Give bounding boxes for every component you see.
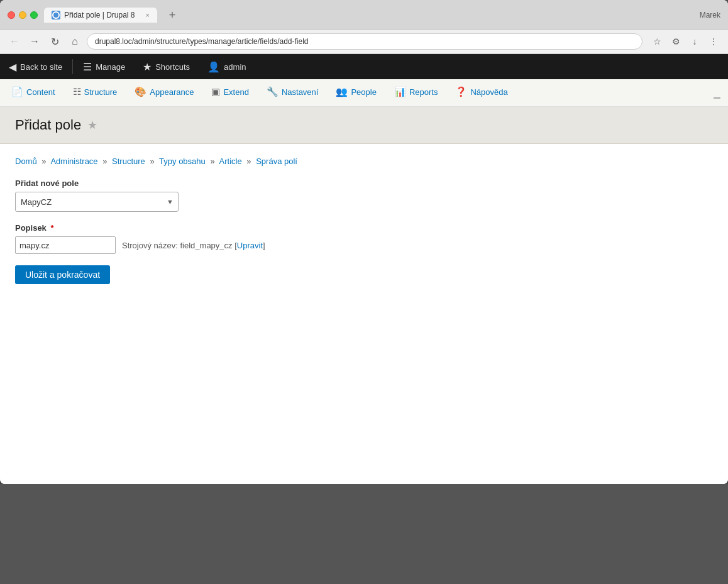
browser-titlebar: Přidat pole | Drupal 8 × + Marek (0, 0, 728, 30)
nastaveni-icon: 🔧 (267, 86, 279, 97)
reload-button[interactable]: ↻ (47, 33, 63, 50)
close-button[interactable] (8, 11, 15, 19)
shortcuts-label: Shortcuts (155, 62, 190, 72)
nav-nastaveni[interactable]: 🔧 Nastavení (258, 79, 328, 107)
machine-name-edit-link[interactable]: Upravit (237, 241, 263, 250)
tab-favicon (52, 11, 60, 19)
admin-label: admin (224, 62, 246, 72)
machine-name-prefix: Strojový název: field_mapy_cz [ (122, 241, 237, 250)
forward-button[interactable]: → (26, 33, 43, 50)
machine-name-suffix: ] (263, 241, 265, 250)
breadcrumb-typy-obsahu[interactable]: Typy obsahu (159, 157, 206, 166)
admin-bar: ◀ Back to site ☰ Manage ★ Shortcuts 👤 ad… (0, 54, 728, 79)
manage-label: Manage (96, 62, 125, 72)
breadcrumb-domu[interactable]: Domů (15, 157, 37, 166)
reports-icon: 📊 (394, 86, 406, 97)
field-type-select[interactable]: MapyCZ (15, 192, 179, 212)
menu-button[interactable]: ⋮ (705, 33, 722, 50)
download-button[interactable]: ↓ (687, 33, 703, 50)
browser-toolbar: ← → ↻ ⌂ ☆ ⚙ ↓ ⋮ (0, 30, 728, 54)
toolbar-icons: ☆ ⚙ ↓ ⋮ (649, 33, 722, 50)
nav-napoveda-label: Nápověda (470, 87, 507, 97)
traffic-lights (8, 11, 38, 19)
back-icon: ◀ (9, 61, 16, 73)
nav-extend-label: Extend (223, 87, 248, 97)
shortcuts-link[interactable]: ★ Shortcuts (134, 54, 199, 79)
page-content: Přidat pole ★ Domů » Administrace » Stru… (0, 107, 728, 484)
machine-name-info: Strojový název: field_mapy_cz [Upravit] (122, 241, 265, 250)
new-field-group: Přidat nové pole MapyCZ ▼ (15, 179, 713, 212)
admin-user-link[interactable]: 👤 admin (199, 54, 255, 79)
shortcuts-icon: ★ (143, 61, 152, 73)
minimize-button[interactable] (19, 11, 26, 19)
napoveda-icon: ❓ (455, 86, 467, 97)
new-tab-button[interactable]: + (163, 6, 181, 24)
nav-extend[interactable]: ▣ Extend (202, 79, 257, 107)
nav-reports-label: Reports (409, 87, 438, 97)
nav-napoveda[interactable]: ❓ Nápověda (446, 79, 516, 107)
nav-appearance[interactable]: 🎨 Appearance (126, 79, 202, 107)
breadcrumb-structure[interactable]: Structure (112, 157, 145, 166)
nav-people-label: People (351, 87, 376, 97)
manage-icon: ☰ (83, 61, 92, 73)
new-field-label: Přidat nové pole (15, 179, 713, 188)
breadcrumb-administrace[interactable]: Administrace (50, 157, 97, 166)
nav-structure[interactable]: ☷ Structure (64, 79, 126, 107)
page-title: Přidat pole (15, 117, 81, 133)
nav-content[interactable]: 📄 Content (3, 79, 64, 107)
home-button[interactable]: ⌂ (67, 33, 83, 50)
popisek-inline: Strojový název: field_mapy_cz [Upravit] (15, 236, 713, 254)
structure-icon: ☷ (73, 86, 81, 97)
page-header: Přidat pole ★ (0, 107, 728, 144)
popisek-input[interactable] (15, 236, 116, 254)
maximize-button[interactable] (30, 11, 38, 19)
required-indicator: * (50, 223, 53, 233)
breadcrumb-sprava-poli[interactable]: Správa polí (256, 157, 297, 166)
browser-tab[interactable]: Přidat pole | Drupal 8 × (44, 8, 157, 23)
appearance-icon: 🎨 (135, 86, 146, 97)
breadcrumb-sep-2: » (102, 157, 107, 166)
people-icon: 👥 (336, 86, 348, 97)
breadcrumb-article[interactable]: Article (219, 157, 242, 166)
nav-people[interactable]: 👥 People (327, 79, 385, 107)
favorite-star-icon[interactable]: ★ (87, 118, 97, 132)
nav-content-label: Content (26, 87, 55, 97)
breadcrumb: Domů » Administrace » Structure » Typy o… (15, 157, 713, 166)
nav-bar-end: ⎯ (714, 86, 725, 99)
breadcrumb-sep-3: » (150, 157, 154, 166)
nav-nastaveni-label: Nastavení (282, 87, 319, 97)
user-icon: 👤 (207, 61, 220, 73)
content-icon: 📄 (11, 86, 23, 97)
popisek-group: Popisek * Strojový název: field_mapy_cz … (15, 223, 713, 254)
breadcrumb-sep-1: » (41, 157, 46, 166)
divider-1 (72, 59, 73, 74)
nav-bar: 📄 Content ☷ Structure 🎨 Appearance ▣ Ext… (0, 79, 728, 107)
extensions-button[interactable]: ⚙ (668, 33, 684, 50)
nav-structure-label: Structure (84, 87, 118, 97)
nav-appearance-label: Appearance (150, 87, 194, 97)
user-label: Marek (700, 11, 720, 19)
tab-close-button[interactable]: × (146, 11, 150, 19)
field-type-select-wrapper: MapyCZ ▼ (15, 192, 179, 212)
back-button[interactable]: ← (6, 33, 23, 50)
page-body: Domů » Administrace » Structure » Typy o… (0, 144, 728, 297)
save-continue-button[interactable]: Uložit a pokračovat (15, 265, 110, 284)
nav-toggle-button[interactable]: ⎯ (714, 86, 720, 99)
back-to-site-label: Back to site (20, 62, 62, 72)
address-bar[interactable] (87, 33, 643, 50)
manage-link[interactable]: ☰ Manage (74, 54, 134, 79)
extend-icon: ▣ (211, 86, 220, 97)
back-to-site-link[interactable]: ◀ Back to site (0, 54, 71, 79)
breadcrumb-sep-5: » (246, 157, 251, 166)
breadcrumb-sep-4: » (210, 157, 214, 166)
nav-reports[interactable]: 📊 Reports (385, 79, 447, 107)
tab-title: Přidat pole | Drupal 8 (64, 11, 135, 19)
popisek-label: Popisek * (15, 223, 713, 233)
browser-window: Přidat pole | Drupal 8 × + Marek ← → ↻ ⌂… (0, 0, 728, 484)
bookmark-button[interactable]: ☆ (649, 33, 665, 50)
